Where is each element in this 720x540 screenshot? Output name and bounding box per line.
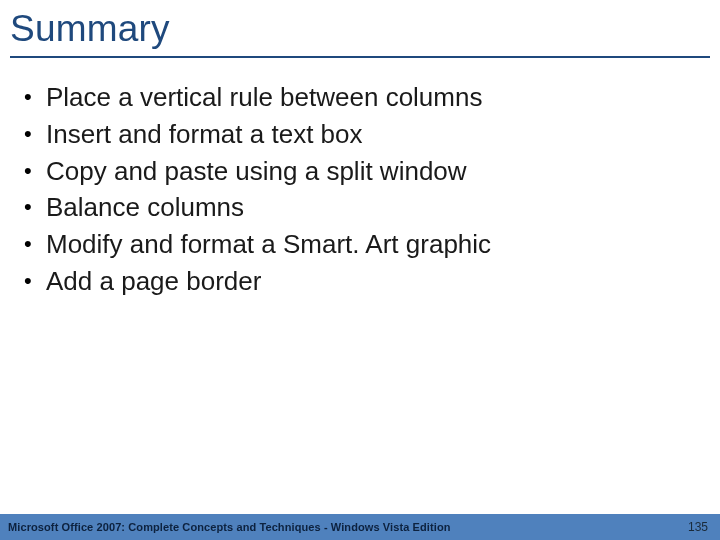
page-number: 135 <box>688 520 708 534</box>
bullet-list: • Place a vertical rule between columns … <box>24 80 710 299</box>
content-area: • Place a vertical rule between columns … <box>0 62 720 299</box>
bullet-text: Add a page border <box>46 264 710 299</box>
title-block: Summary <box>0 0 720 62</box>
slide-title: Summary <box>10 8 710 50</box>
bullet-icon: • <box>24 264 46 297</box>
list-item: • Copy and paste using a split window <box>24 154 710 189</box>
title-underline <box>10 56 710 58</box>
bullet-text: Modify and format a Smart. Art graphic <box>46 227 710 262</box>
bullet-text: Balance columns <box>46 190 710 225</box>
bullet-icon: • <box>24 117 46 150</box>
bullet-icon: • <box>24 154 46 187</box>
bullet-text: Insert and format a text box <box>46 117 710 152</box>
list-item: • Place a vertical rule between columns <box>24 80 710 115</box>
slide: Summary • Place a vertical rule between … <box>0 0 720 540</box>
list-item: • Modify and format a Smart. Art graphic <box>24 227 710 262</box>
bullet-icon: • <box>24 80 46 113</box>
list-item: • Balance columns <box>24 190 710 225</box>
footer-text: Microsoft Office 2007: Complete Concepts… <box>8 521 451 533</box>
bullet-icon: • <box>24 227 46 260</box>
list-item: • Insert and format a text box <box>24 117 710 152</box>
list-item: • Add a page border <box>24 264 710 299</box>
bullet-text: Copy and paste using a split window <box>46 154 710 189</box>
bullet-icon: • <box>24 190 46 223</box>
bullet-text: Place a vertical rule between columns <box>46 80 710 115</box>
footer-bar: Microsoft Office 2007: Complete Concepts… <box>0 514 720 540</box>
